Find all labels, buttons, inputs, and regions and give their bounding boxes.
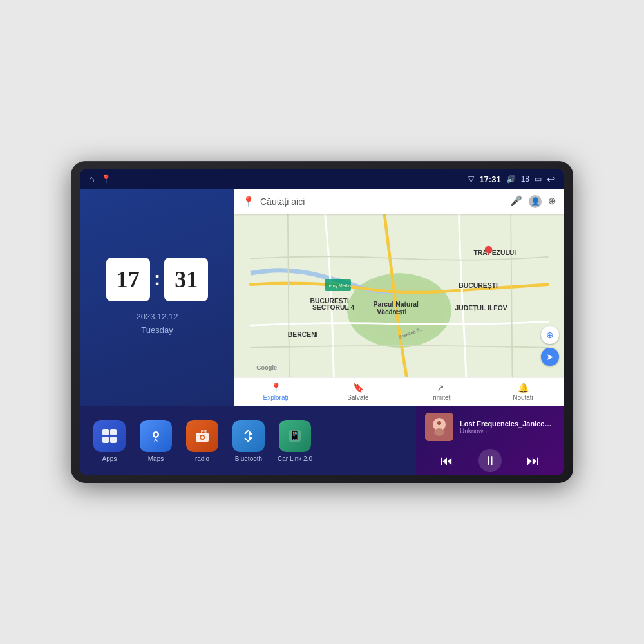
status-right-area: ▽ 17:31 🔊 18 ▭ ↩ xyxy=(468,173,555,185)
voice-search-icon[interactable]: 🎤 xyxy=(510,195,522,208)
app-item-maps[interactable]: Maps xyxy=(137,420,175,462)
compass-icon[interactable]: ⊕ xyxy=(541,326,559,344)
svg-text:Google: Google xyxy=(256,365,277,371)
svg-point-21 xyxy=(155,433,158,436)
news-label: Noutăți xyxy=(513,394,533,401)
svg-text:SECTORUL 4: SECTORUL 4 xyxy=(312,304,355,311)
clock-minutes: 31 xyxy=(164,258,208,301)
map-nav-news[interactable]: 🔔 Noutăți xyxy=(482,383,564,401)
svg-text:BUCUREȘTI: BUCUREȘTI xyxy=(310,298,349,305)
status-time: 17:31 xyxy=(479,175,500,184)
svg-text:📱: 📱 xyxy=(289,430,301,441)
back-icon[interactable]: ↩ xyxy=(547,173,555,185)
svg-rect-18 xyxy=(102,437,109,443)
apps-grid: Apps Maps xyxy=(80,406,416,475)
volume-icon: 🔊 xyxy=(506,175,516,184)
music-thumbnail xyxy=(425,413,453,441)
battery-icon: ▭ xyxy=(535,175,542,184)
status-bar: ⌂ 📍 ▽ 17:31 🔊 18 ▭ ↩ xyxy=(80,169,564,189)
prev-button[interactable]: ⏮ xyxy=(435,449,459,472)
home-icon[interactable]: ⌂ xyxy=(89,174,94,184)
main-content: 17 : 31 2023.12.12 Tuesday 📍 Căutați aic… xyxy=(80,189,564,475)
app-item-carlink[interactable]: 📱 Car Link 2.0 xyxy=(276,420,314,462)
svg-point-31 xyxy=(437,421,441,425)
bottom-section: Apps Maps xyxy=(80,406,564,475)
saved-label: Salvate xyxy=(347,394,368,401)
next-button[interactable]: ⏭ xyxy=(522,449,545,472)
svg-text:Parcul Natural: Parcul Natural xyxy=(374,301,419,308)
account-icon[interactable]: 👤 xyxy=(529,195,542,208)
clock-hours: 17 xyxy=(106,258,150,301)
music-artist: Unknown xyxy=(460,428,555,435)
map-search-bar[interactable]: 📍 Căutați aici 🎤 👤 ⊕ xyxy=(234,189,564,214)
clock-date: 2023.12.12 Tuesday xyxy=(136,310,178,337)
radio-label: radio xyxy=(195,455,209,462)
carlink-app-icon: 📱 xyxy=(279,420,311,452)
svg-text:Leroy Merlin: Leroy Merlin xyxy=(327,283,351,289)
bluetooth-app-icon xyxy=(232,420,265,452)
bluetooth-label: Bluetooth xyxy=(235,455,262,462)
apps-label: Apps xyxy=(102,455,117,462)
clock-widget: 17 : 31 2023.12.12 Tuesday xyxy=(80,189,234,406)
radio-app-icon: FM xyxy=(186,420,218,452)
map-pin-icon: 📍 xyxy=(242,196,255,208)
music-thumb-image xyxy=(425,413,453,441)
app-item-bluetooth[interactable]: Bluetooth xyxy=(229,420,268,462)
maps-icon[interactable]: 📍 xyxy=(100,174,111,184)
send-icon: ↗ xyxy=(437,383,444,393)
signal-icon: ▽ xyxy=(468,175,474,184)
maps-label: Maps xyxy=(148,455,164,462)
clock-day-value: Tuesday xyxy=(136,324,178,337)
navigation-button[interactable]: ➤ xyxy=(541,348,559,366)
svg-text:JUDEȚUL ILFOV: JUDEȚUL ILFOV xyxy=(455,305,507,312)
music-player: Lost Frequencies_Janieck Devy-... Unknow… xyxy=(416,406,564,475)
music-controls: ⏮ ⏸ ⏭ xyxy=(425,446,555,475)
svg-rect-19 xyxy=(110,437,117,443)
map-nav-send[interactable]: ↗ Trimiteți xyxy=(399,383,482,401)
app-item-apps[interactable]: Apps xyxy=(90,420,129,462)
music-title: Lost Frequencies_Janieck Devy-... xyxy=(460,420,555,428)
top-section: 17 : 31 2023.12.12 Tuesday 📍 Căutați aic… xyxy=(80,189,564,406)
explore-icon: 📍 xyxy=(270,383,281,393)
svg-rect-16 xyxy=(102,429,109,435)
maps-app-icon xyxy=(140,420,172,452)
svg-point-30 xyxy=(434,428,444,436)
svg-point-24 xyxy=(201,436,204,439)
volume-level: 18 xyxy=(521,175,529,184)
app-item-radio[interactable]: FM radio xyxy=(183,420,222,462)
device-screen: ⌂ 📍 ▽ 17:31 🔊 18 ▭ ↩ 17 : 31 xyxy=(80,169,564,475)
map-search-input[interactable]: Căutați aici xyxy=(260,196,505,207)
news-icon: 🔔 xyxy=(518,383,529,393)
map-widget: 📍 Căutați aici 🎤 👤 ⊕ xyxy=(234,189,564,406)
svg-text:BUCUREȘTI: BUCUREȘTI xyxy=(459,282,498,289)
saved-icon: 🔖 xyxy=(353,383,364,393)
map-bottom-bar: 📍 Explorați 🔖 Salvate ↗ Trimiteți 🔔 xyxy=(234,377,564,406)
music-info: Lost Frequencies_Janieck Devy-... Unknow… xyxy=(425,413,555,441)
carlink-label: Car Link 2.0 xyxy=(278,455,312,462)
music-text: Lost Frequencies_Janieck Devy-... Unknow… xyxy=(460,420,555,435)
clock-colon: : xyxy=(154,267,161,290)
map-nav-saved[interactable]: 🔖 Salvate xyxy=(317,383,399,401)
apps-icon xyxy=(93,420,126,452)
map-area[interactable]: Parcul Natural Văcărești Leroy Merlin BE… xyxy=(234,214,564,377)
svg-rect-17 xyxy=(110,429,117,435)
svg-text:BERCENI: BERCENI xyxy=(288,331,318,338)
car-display-device: ⌂ 📍 ▽ 17:31 🔊 18 ▭ ↩ 17 : 31 xyxy=(71,161,573,483)
map-container: Parcul Natural Văcărești Leroy Merlin BE… xyxy=(234,214,564,377)
clock-display: 17 : 31 xyxy=(106,258,209,301)
svg-text:Văcărești: Văcărești xyxy=(377,308,406,316)
explore-label: Explorați xyxy=(263,394,289,401)
status-left-icons: ⌂ 📍 xyxy=(89,174,111,184)
clock-date-value: 2023.12.12 xyxy=(136,310,178,324)
svg-text:FM: FM xyxy=(201,430,207,433)
map-nav-explore[interactable]: 📍 Explorați xyxy=(234,383,317,401)
layers-icon[interactable]: ⊕ xyxy=(548,195,556,208)
svg-text:TRAPEZULUI: TRAPEZULUI xyxy=(473,249,516,256)
play-pause-button[interactable]: ⏸ xyxy=(478,449,502,472)
send-label: Trimiteți xyxy=(429,394,451,401)
map-search-icons: 🎤 👤 ⊕ xyxy=(510,195,556,208)
